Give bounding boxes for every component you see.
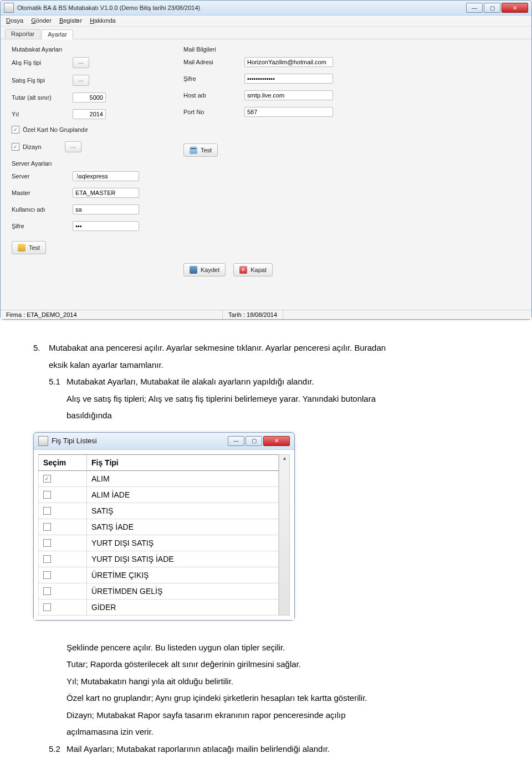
kullanici-input[interactable] bbox=[73, 204, 139, 214]
dialog-title: Fiş Tipi Listesi bbox=[52, 437, 97, 445]
dizayn-label: Dizayn bbox=[23, 143, 42, 150]
dialog-close-button[interactable]: ✕ bbox=[263, 436, 290, 446]
fis-tipi-table: Seçim Fiş Tipi ALIMALIM İADESATIŞSATIŞ İ… bbox=[38, 454, 279, 616]
dizayn-checkbox[interactable] bbox=[12, 143, 19, 151]
kapat-button[interactable]: Kapat bbox=[233, 263, 273, 276]
menu-gonder[interactable]: Gönder bbox=[31, 17, 52, 24]
satis-fis-tipi-button[interactable]: … bbox=[73, 75, 89, 86]
app-icon bbox=[4, 3, 14, 13]
status-firma: Firma : ETA_DEMO_2014 bbox=[1, 310, 223, 319]
dialog-icon bbox=[38, 436, 48, 446]
main-app-window: Otomatik BA & BS Mutabakatı V1.0.0 (Demo… bbox=[0, 0, 532, 320]
mail-test-button[interactable]: Test bbox=[183, 143, 218, 157]
server-section-title: Server Ayarları bbox=[12, 160, 139, 167]
mail-sifre-input[interactable] bbox=[244, 74, 333, 84]
table-row: SATIŞ bbox=[39, 503, 279, 519]
fis-row-checkbox[interactable] bbox=[43, 523, 51, 531]
dialog-minimize-button[interactable]: — bbox=[228, 436, 244, 446]
dizayn-button[interactable]: … bbox=[65, 141, 81, 152]
kaydet-button[interactable]: Kaydet bbox=[183, 263, 226, 276]
fis-row-checkbox[interactable] bbox=[43, 507, 51, 515]
fis-row-checkbox[interactable] bbox=[43, 475, 51, 483]
para5-sub1-line1: 5.1Mutabakat Ayarları, Mutabakat ile ala… bbox=[49, 376, 504, 388]
mail-adresi-input[interactable] bbox=[244, 57, 333, 67]
fis-row-name: YURT DIŞI SATIŞ İADE bbox=[87, 551, 279, 567]
mutabakat-ayarlari-panel: Mutabakat Ayarları Alış Fiş tipi … Satış… bbox=[12, 46, 139, 282]
fis-row-name: ALIM bbox=[87, 470, 279, 486]
table-row: GİDER bbox=[39, 599, 279, 615]
after-l6: açılmamasına izin verir. bbox=[66, 726, 504, 739]
para5-sub1-line2: Alış ve satış fiş tipleri; Alış ve satış… bbox=[66, 393, 504, 406]
ozel-kart-checkbox[interactable] bbox=[12, 126, 19, 134]
app-title: Otomatik BA & BS Mutabakatı V1.0.0 (Demo… bbox=[17, 4, 200, 11]
server-test-button[interactable]: Test bbox=[12, 241, 46, 254]
master-label: Master bbox=[12, 189, 73, 196]
fis-row-name: YURT DIŞI SATIŞ bbox=[87, 535, 279, 551]
fis-tipi-dialog: Fiş Tipi Listesi — ▢ ✕ Seçim Fiş Tipi AL… bbox=[33, 432, 295, 621]
table-row: ALIM İADE bbox=[39, 486, 279, 503]
alis-fis-tipi-label: Alış Fiş tipi bbox=[12, 59, 73, 66]
mail-adresi-label: Mail Adresi bbox=[183, 59, 244, 65]
tab-row: Raporlar Ayarlar bbox=[1, 27, 531, 39]
mail-sifre-label: Şifre bbox=[183, 75, 244, 82]
fis-row-name: ÜRETİME ÇIKIŞ bbox=[87, 567, 279, 583]
mail-icon bbox=[190, 146, 197, 154]
server-sifre-input[interactable] bbox=[73, 221, 139, 231]
tutar-input[interactable] bbox=[73, 93, 106, 102]
yil-label: Yıl bbox=[12, 111, 73, 117]
after-l4: Özel kart no gruplandır; Aynı grup içind… bbox=[66, 692, 504, 705]
tab-ayarlar[interactable]: Ayarlar bbox=[42, 29, 73, 39]
after-l1: Şeklinde pencere açılır. Bu listeden uyg… bbox=[66, 642, 504, 654]
fis-row-checkbox[interactable] bbox=[43, 491, 51, 499]
menu-begistir[interactable]: Begistər bbox=[59, 17, 82, 24]
yil-input[interactable] bbox=[73, 109, 106, 119]
statusbar: Firma : ETA_DEMO_2014 Tarih : 18/08/2014 bbox=[1, 310, 531, 319]
port-input[interactable] bbox=[244, 107, 333, 117]
alis-fis-tipi-button[interactable]: … bbox=[73, 57, 89, 68]
para5-sub1-line3: basıldığında bbox=[66, 409, 504, 422]
server-label: Server bbox=[12, 173, 73, 180]
para5-line1: 5.Mutabakat ana penceresi açılır. Ayarla… bbox=[33, 342, 504, 355]
table-row: SATIŞ İADE bbox=[39, 519, 279, 535]
scroll-up-icon[interactable]: ▴ bbox=[279, 455, 289, 465]
fis-row-name: ALIM İADE bbox=[87, 486, 279, 503]
fis-row-checkbox[interactable] bbox=[43, 587, 51, 595]
maximize-button[interactable]: ▢ bbox=[484, 3, 500, 13]
server-input[interactable] bbox=[73, 171, 139, 181]
menubar: Dosya Gönder Begistər Hakkında bbox=[1, 16, 531, 27]
col-fistipi: Fiş Tipi bbox=[87, 454, 279, 470]
menu-dosya[interactable]: Dosya bbox=[6, 17, 23, 24]
close-icon bbox=[239, 266, 247, 274]
after-sub2: 5.2Mail Ayarları; Mutabakat raporlarının… bbox=[49, 743, 504, 756]
fis-row-name: GİDER bbox=[87, 599, 279, 615]
fis-row-checkbox[interactable] bbox=[43, 539, 51, 547]
table-row: ÜRETİMDEN GELİŞ bbox=[39, 583, 279, 599]
tab-raporlar[interactable]: Raporlar bbox=[5, 29, 40, 39]
after-l5: Dizayn; Mutabakat Rapor sayfa tasarım ek… bbox=[66, 709, 504, 722]
ozel-kart-label: Özel Kart No Gruplandır bbox=[23, 126, 88, 133]
minimize-button[interactable]: — bbox=[466, 3, 483, 13]
titlebar: Otomatik BA & BS Mutabakatı V1.0.0 (Demo… bbox=[1, 1, 531, 16]
table-row: ÜRETİME ÇIKIŞ bbox=[39, 567, 279, 583]
mail-bilgileri-panel: Mail Bilgileri Mail Adresi Şifre Host ad… bbox=[183, 46, 333, 282]
kullanici-label: Kullanıcı adı bbox=[12, 206, 73, 213]
close-button[interactable]: ✕ bbox=[502, 3, 528, 13]
host-input[interactable] bbox=[244, 90, 333, 100]
table-scrollbar[interactable]: ▴ bbox=[279, 454, 290, 616]
table-row: ALIM bbox=[39, 470, 279, 486]
menu-hakkinda[interactable]: Hakkında bbox=[90, 17, 115, 24]
save-icon bbox=[190, 266, 197, 274]
fis-row-name: SATIŞ bbox=[87, 503, 279, 519]
fis-row-checkbox[interactable] bbox=[43, 555, 51, 563]
folder-icon bbox=[18, 244, 25, 252]
tutar-label: Tutar (alt sınır) bbox=[12, 94, 73, 101]
mail-section-title: Mail Bilgileri bbox=[183, 46, 333, 53]
fis-row-checkbox[interactable] bbox=[43, 571, 51, 579]
server-sifre-label: Şifre bbox=[12, 223, 73, 229]
master-input[interactable] bbox=[73, 188, 139, 198]
fis-row-checkbox[interactable] bbox=[43, 603, 51, 611]
port-label: Port No bbox=[183, 109, 244, 115]
table-row: YURT DIŞI SATIŞ İADE bbox=[39, 551, 279, 567]
dialog-maximize-button[interactable]: ▢ bbox=[245, 436, 262, 446]
satis-fis-tipi-label: Satış Fiş tipi bbox=[12, 77, 73, 84]
